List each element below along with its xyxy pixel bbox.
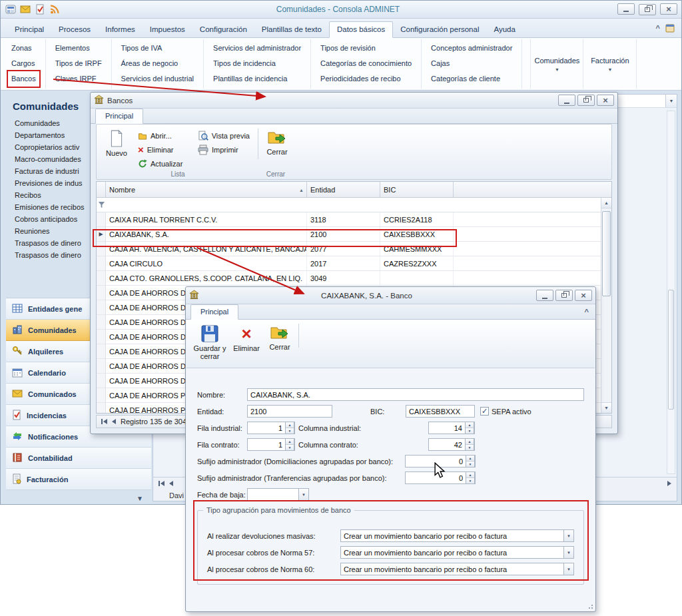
grid-vertical-scrollbar[interactable]: ▲ ▼ — [601, 198, 611, 413]
collapse-ribbon-icon[interactable]: ^ — [656, 24, 660, 32]
minimize-button[interactable] — [558, 95, 575, 106]
tab-plantillas-de-texto[interactable]: Plantillas de texto — [254, 22, 329, 37]
tasks-icon[interactable] — [34, 4, 46, 15]
detail-tab-principal[interactable]: Principal — [190, 304, 238, 320]
previous-record-icon[interactable] — [169, 481, 173, 486]
abrir-button[interactable]: Abrir... — [133, 129, 192, 143]
ribbon-corner-icon[interactable] — [664, 23, 676, 33]
fila-contrato-spinner[interactable]: 1▲▼ — [247, 438, 295, 451]
nombre-field[interactable]: CAIXABANK, S.A. — [247, 388, 584, 401]
vista-previa-button[interactable]: Vista previa — [192, 129, 255, 143]
collapse-ribbon-icon[interactable]: ^ — [585, 308, 589, 316]
chevron-down-icon[interactable]: ▼ — [563, 530, 573, 541]
ribbon-item-tipos-incidencia[interactable]: Tipos de incidencia — [210, 56, 304, 71]
scroll-up-icon[interactable]: ▲ — [601, 198, 611, 208]
grid-header-nombre[interactable]: Nombre▲ — [106, 182, 307, 197]
chevron-down-icon[interactable]: ▼ — [563, 563, 573, 575]
spin-down-icon[interactable]: ▼ — [466, 428, 474, 434]
ribbon-item-servicios-industrial[interactable]: Servicios del industrial — [118, 71, 197, 87]
next-record-icon[interactable] — [667, 481, 671, 486]
table-row[interactable]: CAJA CIRCULO2017CAZRES2ZXXX — [97, 256, 611, 271]
content-vertical-scrollbar[interactable] — [667, 111, 675, 474]
detail-eliminar-button[interactable]: × Eliminar — [229, 322, 264, 352]
first-record-icon[interactable] — [101, 419, 107, 424]
ribbon-item-plantillas-incidencia[interactable]: Plantillas de incidencia — [210, 71, 304, 87]
spin-up-icon[interactable]: ▲ — [286, 422, 294, 428]
ribbon-item-bancos[interactable]: Bancos — [8, 71, 39, 87]
minimize-button[interactable] — [617, 3, 635, 15]
mail-icon[interactable] — [19, 4, 31, 15]
tab-impuestos[interactable]: Impuestos — [143, 22, 192, 37]
nav-item-contabilidad[interactable]: Contabilidad — [6, 448, 151, 469]
ribbon-item-elementos[interactable]: Elementos — [52, 41, 105, 56]
spin-down-icon[interactable]: ▼ — [466, 462, 474, 467]
ribbon-item-periodicidades-recibo[interactable]: Periodicidades de recibo — [317, 71, 415, 87]
sepa-checkbox[interactable]: ✓ — [480, 407, 489, 416]
ribbon-item-areas-negocio[interactable]: Áreas de negocio — [118, 56, 197, 71]
first-record-icon[interactable] — [159, 481, 165, 486]
tab-ayuda[interactable]: Ayuda — [486, 22, 522, 37]
spin-up-icon[interactable]: ▲ — [286, 439, 294, 445]
sufijo-transferencias-spinner[interactable]: 0▲▼ — [405, 471, 476, 484]
tab-informes[interactable]: Informes — [98, 22, 143, 37]
table-row[interactable]: CAJA CTO. GRANOLLERS, S.COOP. CATALANA, … — [97, 271, 611, 286]
app-icon[interactable] — [5, 4, 17, 15]
norma60-combo[interactable]: Crear un movimiento bancario por recibo … — [340, 563, 574, 575]
spin-down-icon[interactable]: ▼ — [466, 478, 474, 483]
table-row-selected[interactable]: ▶CAIXABANK, S.A.2100CAIXESBBXXX — [97, 227, 611, 242]
ribbon-item-claves-irpf[interactable]: Claves IRPF — [52, 71, 105, 87]
spin-up-icon[interactable]: ▲ — [466, 422, 474, 428]
close-button[interactable]: × — [660, 3, 677, 15]
ribbon-item-cargos[interactable]: Cargos — [8, 56, 39, 71]
devoluciones-masivas-combo[interactable]: Crear un movimiento bancario por recibo … — [340, 529, 574, 542]
guardar-y-cerrar-button[interactable]: Guardar y cerrar — [190, 322, 229, 360]
spin-up-icon[interactable]: ▲ — [466, 456, 474, 462]
ribbon-item-cajas[interactable]: Cajas — [428, 56, 515, 71]
tab-principal[interactable]: Principal — [7, 22, 51, 37]
minimize-button[interactable] — [536, 290, 553, 301]
ribbon-item-tipos-iva[interactable]: Tipos de IVA — [118, 41, 197, 56]
restore-button[interactable] — [555, 290, 573, 301]
fecha-baja-combo[interactable]: ▼ — [247, 488, 309, 501]
entidad-field[interactable]: 2100 — [247, 405, 332, 418]
nav-item-facturacion[interactable]: Facturación — [6, 469, 151, 490]
columna-industrial-spinner[interactable]: 14▲▼ — [428, 422, 475, 434]
nuevo-button[interactable]: Nuevo — [101, 127, 133, 157]
scrollbar-thumb[interactable] — [668, 290, 674, 410]
bic-field[interactable]: CAIXESBBXXX — [406, 405, 475, 418]
ribbon-item-categorias-cliente[interactable]: Categorías de cliente — [428, 71, 515, 87]
grid-filter-row[interactable] — [97, 198, 611, 212]
ribbon-item-tipos-irpf[interactable]: Tipos de IRPF — [52, 56, 105, 71]
spin-down-icon[interactable]: ▼ — [286, 428, 294, 434]
sufijo-domiciliaciones-spinner[interactable]: 0▲▼ — [405, 455, 476, 467]
close-button[interactable]: × — [597, 95, 614, 106]
chevron-down-icon[interactable]: ▼ — [563, 547, 573, 558]
table-row[interactable]: CAJA AH. VALENCIA, CASTELLON Y ALICANTE,… — [97, 242, 611, 256]
fila-industrial-spinner[interactable]: 1▲▼ — [247, 422, 295, 434]
ribbon-item-servicios-administrador[interactable]: Servicios del administrador — [210, 41, 304, 56]
tab-configuracion[interactable]: Configuración — [192, 22, 254, 37]
restore-button[interactable] — [577, 95, 595, 106]
feed-icon[interactable] — [49, 4, 61, 15]
sidebar-collapse-icon[interactable]: ▼ — [137, 495, 143, 502]
norma57-combo[interactable]: Crear un movimiento bancario por recibo … — [340, 546, 574, 559]
grid-header-bic[interactable]: BIC — [380, 182, 454, 197]
previous-record-icon[interactable] — [112, 419, 116, 424]
spin-up-icon[interactable]: ▲ — [466, 439, 474, 445]
imprimir-button[interactable]: Imprimir — [192, 143, 255, 156]
eliminar-button[interactable]: × Eliminar — [133, 143, 192, 156]
ribbon-item-categorias-conocimiento[interactable]: Categorías de conocimiento — [317, 56, 415, 71]
table-row[interactable]: CAIXA RURAL TORRENT C.C.V.3118CCRIES2A11… — [97, 212, 611, 227]
grid-header-entidad[interactable]: Entidad — [307, 182, 380, 197]
resize-grip[interactable] — [587, 603, 593, 609]
spin-down-icon[interactable]: ▼ — [286, 445, 294, 450]
columna-contrato-spinner[interactable]: 42▲▼ — [428, 438, 475, 451]
ribbon-item-conceptos-administrador[interactable]: Conceptos administrador — [428, 41, 515, 56]
tab-procesos[interactable]: Procesos — [51, 22, 98, 37]
ribbon-button-facturacion[interactable]: Facturación ▼ — [583, 39, 637, 89]
ribbon-item-tipos-revision[interactable]: Tipos de revisión — [317, 41, 415, 56]
filter-dropdown-icon[interactable]: ▼ — [665, 95, 677, 107]
scrollbar-thumb[interactable] — [602, 211, 611, 296]
scroll-down-icon[interactable]: ▼ — [601, 402, 611, 413]
chevron-down-icon[interactable]: ▼ — [298, 489, 308, 500]
